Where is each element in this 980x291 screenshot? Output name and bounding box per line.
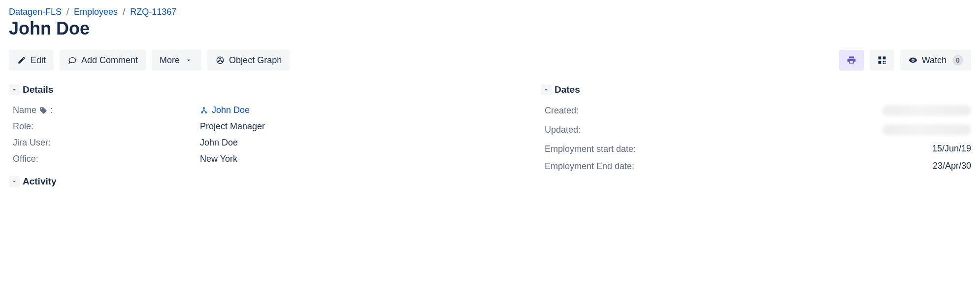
field-updated: Updated: <box>541 121 971 141</box>
column-left: Details Name : John Doe R <box>9 84 536 194</box>
breadcrumb-section[interactable]: Employees <box>74 7 118 17</box>
updated-value <box>638 124 971 138</box>
object-graph-button[interactable]: Object Graph <box>207 50 290 71</box>
redacted-value <box>882 105 971 116</box>
tag-icon <box>39 107 47 114</box>
chevron-down-icon <box>9 176 20 187</box>
field-label: Updated: <box>545 124 638 136</box>
object-graph-label: Object Graph <box>229 55 282 66</box>
comment-icon <box>67 55 77 65</box>
dates-header[interactable]: Dates <box>541 84 971 95</box>
field-role: Role: Project Manager <box>9 118 536 135</box>
emp-start-value: 15/Jun/19 <box>638 144 971 154</box>
activity-header[interactable]: Activity <box>9 176 536 187</box>
svg-rect-4 <box>878 57 881 60</box>
add-comment-label: Add Comment <box>81 55 138 66</box>
breadcrumb-root[interactable]: Datagen-FLS <box>9 7 62 17</box>
svg-point-1 <box>220 58 221 59</box>
jira-user-value: John Doe <box>200 138 536 148</box>
svg-rect-6 <box>878 61 881 64</box>
printer-icon <box>847 55 856 65</box>
branch-icon <box>200 107 208 114</box>
watch-label: Watch <box>922 55 947 66</box>
toolbar-left: Edit Add Comment More Object Graph <box>9 50 290 71</box>
more-button[interactable]: More <box>152 50 201 71</box>
svg-rect-9 <box>882 63 884 64</box>
field-label: Employment End date: <box>545 161 638 172</box>
details-header[interactable]: Details <box>9 84 536 95</box>
field-office: Office: New York <box>9 151 536 167</box>
chevron-down-icon <box>541 84 552 95</box>
field-emp-start: Employment start date: 15/Jun/19 <box>541 141 971 158</box>
role-value: Project Manager <box>200 121 536 132</box>
field-label: Role: <box>13 121 200 132</box>
colon: : <box>50 105 53 115</box>
pencil-icon <box>17 55 27 65</box>
field-created: Created: <box>541 102 971 121</box>
emp-end-value: 23/Apr/30 <box>638 161 971 171</box>
watch-button[interactable]: Watch 0 <box>900 50 971 71</box>
field-label: Office: <box>13 154 200 164</box>
name-value[interactable]: John Doe <box>200 105 536 115</box>
edit-label: Edit <box>31 55 46 66</box>
eye-icon <box>908 55 918 65</box>
edit-button[interactable]: Edit <box>9 50 54 71</box>
chevron-down-icon <box>9 84 20 95</box>
svg-rect-5 <box>882 57 885 60</box>
field-label: Name : <box>13 105 200 115</box>
svg-rect-8 <box>884 61 886 63</box>
details-title: Details <box>23 84 53 95</box>
content-columns: Details Name : John Doe R <box>9 84 971 194</box>
toolbar: Edit Add Comment More Object Graph <box>9 50 971 71</box>
breadcrumb: Datagen-FLS / Employees / RZQ-11367 <box>9 7 971 17</box>
field-label: Employment start date: <box>545 144 638 155</box>
page-title: John Doe <box>9 18 971 39</box>
svg-point-12 <box>201 111 203 113</box>
office-value: New York <box>200 154 536 164</box>
dates-title: Dates <box>555 84 580 95</box>
redacted-value <box>882 124 971 135</box>
chevron-down-icon <box>184 55 194 65</box>
activity-title: Activity <box>23 176 57 187</box>
more-label: More <box>160 55 180 66</box>
qr-button[interactable] <box>870 50 894 71</box>
watch-count-badge: 0 <box>952 55 963 66</box>
graph-icon <box>215 55 225 65</box>
field-name: Name : John Doe <box>9 102 536 118</box>
field-label: Jira User: <box>13 138 200 148</box>
name-label-text: Name <box>13 105 36 115</box>
created-value <box>638 105 971 118</box>
field-jira-user: Jira User: John Doe <box>9 135 536 151</box>
name-link-text: John Doe <box>212 105 250 115</box>
svg-point-13 <box>205 111 207 113</box>
svg-rect-7 <box>882 61 884 63</box>
field-emp-end: Employment End date: 23/Apr/30 <box>541 158 971 175</box>
svg-point-11 <box>203 108 205 109</box>
breadcrumb-sep: / <box>123 7 125 17</box>
svg-rect-10 <box>884 63 886 64</box>
breadcrumb-sep: / <box>66 7 69 17</box>
column-right: Dates Created: Updated: Employment start… <box>536 84 971 194</box>
qr-icon <box>877 55 887 65</box>
toolbar-right: Watch 0 <box>839 50 971 71</box>
add-comment-button[interactable]: Add Comment <box>60 50 146 71</box>
breadcrumb-id[interactable]: RZQ-11367 <box>130 7 176 17</box>
field-label: Created: <box>545 105 638 116</box>
print-button[interactable] <box>839 50 864 71</box>
